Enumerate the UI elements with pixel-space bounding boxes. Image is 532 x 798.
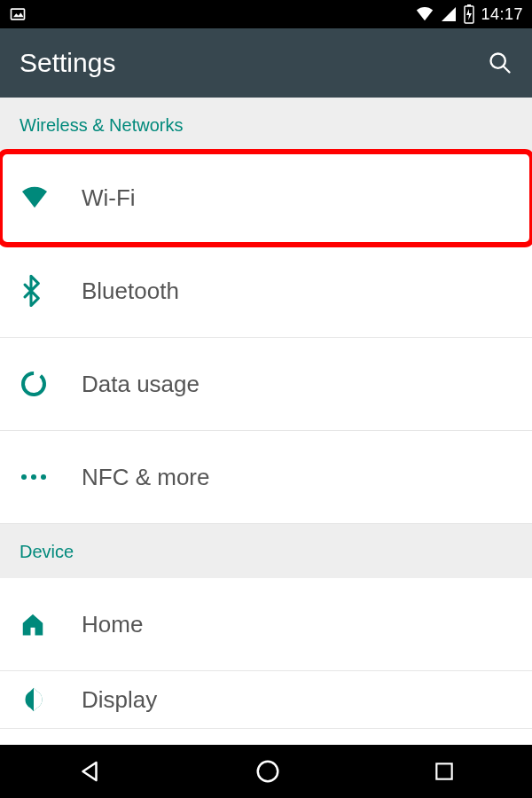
data-usage-icon bbox=[20, 370, 82, 398]
settings-item-nfc-more[interactable]: NFC & more bbox=[0, 431, 532, 524]
svg-marker-1 bbox=[13, 12, 24, 17]
status-bar: 14:17 bbox=[0, 0, 532, 28]
navigation-bar bbox=[0, 745, 532, 798]
section-header-device: Device bbox=[0, 524, 532, 578]
nav-recent-button[interactable] bbox=[433, 760, 456, 783]
settings-item-label: Home bbox=[82, 611, 143, 638]
settings-item-home[interactable]: Home bbox=[0, 578, 532, 671]
wifi-icon bbox=[20, 185, 82, 210]
svg-point-8 bbox=[20, 370, 48, 398]
settings-item-label: Wi-Fi bbox=[82, 184, 136, 212]
wifi-status-icon bbox=[415, 5, 434, 23]
settings-item-label: Data usage bbox=[82, 371, 200, 398]
page-title: Settings bbox=[20, 48, 488, 78]
svg-rect-13 bbox=[437, 763, 452, 778]
svg-line-7 bbox=[504, 66, 510, 73]
home-icon bbox=[20, 612, 82, 637]
svg-marker-2 bbox=[442, 7, 456, 21]
svg-point-12 bbox=[258, 762, 278, 782]
settings-item-display[interactable]: Display bbox=[0, 671, 532, 729]
settings-item-data-usage[interactable]: Data usage bbox=[0, 338, 532, 431]
display-icon bbox=[20, 685, 82, 714]
signal-status-icon bbox=[440, 5, 458, 23]
search-button[interactable] bbox=[488, 51, 512, 75]
nav-home-button[interactable] bbox=[254, 758, 281, 785]
app-bar: Settings bbox=[0, 28, 532, 98]
settings-item-label: Bluetooth bbox=[82, 278, 179, 305]
section-header-wireless: Wireless & Networks bbox=[0, 98, 532, 152]
more-icon bbox=[20, 473, 82, 481]
screenshot-notification-icon bbox=[9, 5, 27, 23]
svg-rect-4 bbox=[467, 4, 471, 6]
nav-back-button[interactable] bbox=[76, 758, 103, 785]
svg-point-11 bbox=[41, 474, 46, 480]
svg-rect-0 bbox=[12, 9, 25, 20]
settings-item-wifi[interactable]: Wi-Fi bbox=[0, 152, 532, 245]
svg-marker-5 bbox=[466, 9, 472, 20]
svg-point-10 bbox=[31, 474, 36, 480]
battery-charging-icon bbox=[463, 4, 475, 24]
settings-item-label: NFC & more bbox=[82, 464, 209, 491]
settings-item-bluetooth[interactable]: Bluetooth bbox=[0, 245, 532, 338]
settings-item-label: Display bbox=[82, 686, 157, 714]
status-time: 14:17 bbox=[481, 5, 523, 24]
bluetooth-icon bbox=[20, 275, 82, 307]
svg-point-9 bbox=[21, 474, 27, 480]
